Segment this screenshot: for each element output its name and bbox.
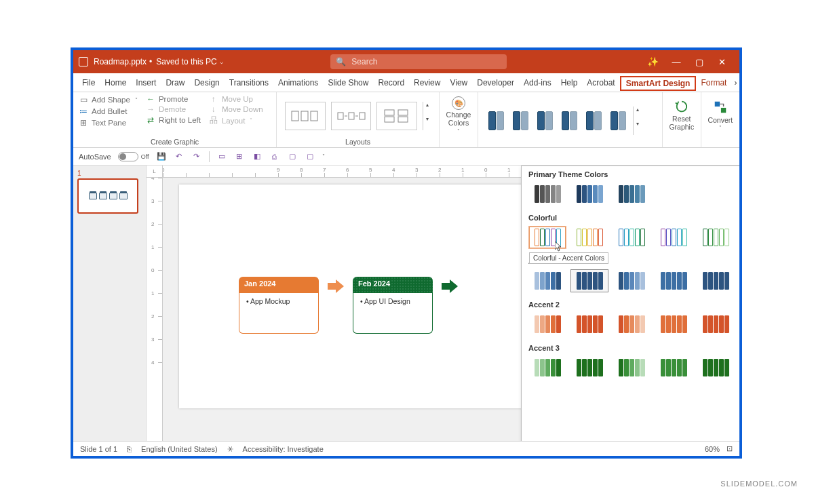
right-to-left-button[interactable]: ⇄Right to Left	[146, 115, 201, 125]
tab-draw[interactable]: Draw	[161, 73, 189, 92]
svg-rect-6	[385, 110, 394, 115]
color-swatch[interactable]	[570, 226, 608, 249]
tab-home[interactable]: Home	[100, 73, 131, 92]
color-swatch[interactable]	[613, 356, 651, 379]
qat-icon[interactable]: ▢	[287, 151, 298, 162]
close-button[interactable]: ✕	[711, 53, 734, 71]
smartart-style-option[interactable]	[606, 106, 630, 135]
arrow-down-icon: ↓	[209, 105, 218, 113]
smartart-style-option[interactable]	[532, 106, 557, 135]
promote-button[interactable]: ←Promote	[146, 95, 201, 103]
qat-customize-icon[interactable]: ˅	[322, 153, 325, 159]
slideshow-icon[interactable]: ▭	[216, 151, 227, 162]
smartart-style-option[interactable]	[581, 106, 606, 135]
tab-addins[interactable]: Add-ins	[519, 73, 556, 92]
search-input[interactable]: 🔍 Search	[330, 54, 507, 69]
color-swatch[interactable]	[613, 269, 651, 292]
autosave-toggle[interactable]	[118, 152, 138, 161]
layout-option[interactable]	[285, 102, 326, 130]
color-swatch[interactable]	[697, 356, 735, 379]
color-swatch[interactable]	[655, 356, 693, 379]
notes-icon[interactable]: ⎘	[127, 445, 132, 453]
color-swatch[interactable]	[570, 356, 608, 379]
qat-icon[interactable]: ▢	[305, 151, 315, 162]
roadmap-step[interactable]: Feb 2024 App UI Design	[353, 277, 433, 334]
tab-design[interactable]: Design	[189, 73, 224, 92]
color-swatch[interactable]	[697, 269, 735, 292]
minimize-button[interactable]: —	[665, 53, 688, 71]
layouts-more-button[interactable]: ▴▾	[423, 102, 431, 130]
color-swatch[interactable]	[655, 313, 693, 336]
tab-file[interactable]: File	[77, 73, 100, 92]
smartart-style-option[interactable]	[557, 106, 581, 135]
color-swatch[interactable]	[570, 182, 608, 206]
tab-record[interactable]: Record	[373, 73, 409, 92]
color-swatch[interactable]	[528, 182, 566, 206]
color-swatch[interactable]	[697, 313, 735, 336]
accessibility-status[interactable]: Accessibility: Investigate	[243, 445, 324, 453]
slide-thumbnail[interactable]	[77, 178, 138, 214]
tab-format[interactable]: Format	[696, 73, 731, 92]
step-body: App Mockup	[239, 293, 319, 334]
tab-help[interactable]: Help	[556, 73, 583, 92]
save-icon[interactable]: 💾	[156, 151, 167, 162]
slide-counter[interactable]: Slide 1 of 1	[80, 445, 117, 453]
tabs-overflow-icon[interactable]: ›	[731, 78, 739, 88]
fit-to-window-icon[interactable]: ⊡	[726, 444, 733, 453]
add-shape-button[interactable]: ▭Add Shape˅	[79, 95, 138, 104]
change-colors-button[interactable]: 🎨 Change Colors ˅	[440, 92, 478, 138]
language-status[interactable]: English (United States)	[141, 445, 218, 453]
color-swatch[interactable]	[528, 313, 566, 336]
layout-option[interactable]	[331, 102, 372, 130]
color-swatch[interactable]	[697, 226, 735, 249]
layout-button[interactable]: 品Layout˅	[209, 115, 263, 125]
titlebar: Roadmap.pptx • Saved to this PC ⌵ 🔍 Sear…	[73, 50, 739, 73]
roadmap-step[interactable]: Jan 2024 App Mockup	[239, 277, 319, 334]
app-window: Roadmap.pptx • Saved to this PC ⌵ 🔍 Sear…	[71, 47, 742, 459]
color-swatch[interactable]	[528, 269, 566, 292]
tab-insert[interactable]: Insert	[131, 73, 161, 92]
tab-animations[interactable]: Animations	[273, 73, 323, 92]
add-bullet-button[interactable]: ≔Add Bullet	[79, 106, 138, 116]
tab-developer[interactable]: Developer	[472, 73, 519, 92]
smartart-style-option[interactable]	[508, 106, 532, 135]
slide-number: 1	[77, 170, 142, 177]
qat-icon[interactable]: ⊞	[234, 151, 245, 162]
dropdown-section-header: Accent 3	[522, 340, 739, 353]
tab-acrobat[interactable]: Acrobat	[582, 73, 619, 92]
color-swatch[interactable]	[528, 356, 566, 379]
qat-icon[interactable]: ⎙	[269, 151, 280, 162]
color-swatch[interactable]	[613, 226, 651, 249]
styles-more-button[interactable]: ▴▾	[633, 106, 641, 135]
tab-view[interactable]: View	[445, 73, 472, 92]
color-swatch[interactable]	[570, 269, 608, 292]
smartart-style-option[interactable]	[484, 106, 508, 135]
chevron-down-icon[interactable]: ⌵	[220, 58, 223, 65]
tab-transitions[interactable]: Transitions	[225, 73, 273, 92]
tab-review[interactable]: Review	[409, 73, 445, 92]
reset-graphic-button[interactable]: Reset Graphic	[663, 92, 701, 138]
maximize-button[interactable]: ▢	[688, 53, 711, 71]
tab-smartart-design[interactable]: SmartArt Design	[620, 76, 697, 91]
editor-canvas[interactable]: L 09876543210123456789 432101234 Jan 202…	[147, 166, 739, 441]
smartart-roadmap[interactable]: Jan 2024 App Mockup Feb 2024 App UI Desi…	[239, 277, 459, 334]
move-down-button[interactable]: ↓Move Down	[209, 105, 263, 113]
convert-button[interactable]: Convert ˅	[701, 92, 739, 138]
color-swatch[interactable]	[613, 182, 651, 206]
coming-soon-icon[interactable]: ✨	[642, 53, 665, 71]
color-swatch[interactable]	[570, 313, 608, 336]
redo-icon[interactable]: ↷	[191, 151, 202, 162]
qat-icon[interactable]: ◧	[252, 151, 263, 162]
move-up-button[interactable]: ↑Move Up	[209, 95, 263, 103]
layout-option[interactable]	[376, 102, 417, 130]
tab-slideshow[interactable]: Slide Show	[323, 73, 373, 92]
zoom-level[interactable]: 60%	[705, 445, 720, 453]
ribbon-group-layouts: ▴▾ Layouts	[277, 92, 440, 147]
text-pane-button[interactable]: ⊞Text Pane	[79, 118, 138, 128]
color-swatch[interactable]	[613, 313, 651, 336]
demote-button[interactable]: →Demote	[146, 105, 201, 113]
undo-icon[interactable]: ↶	[174, 151, 185, 162]
color-swatch[interactable]	[655, 226, 693, 249]
color-swatch[interactable]	[655, 269, 693, 292]
color-swatch[interactable]: Colorful - Accent Colors	[528, 226, 566, 249]
